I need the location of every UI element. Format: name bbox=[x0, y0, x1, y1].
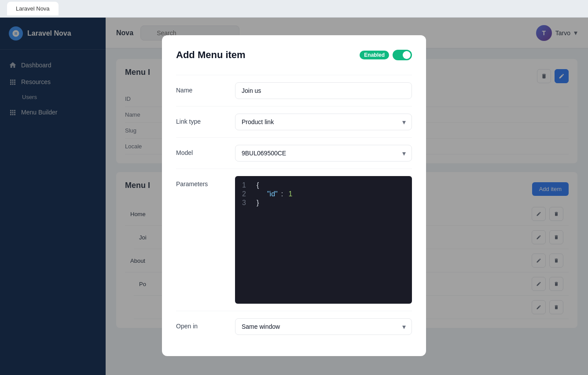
browser-tab-label: Laravel Nova bbox=[16, 5, 50, 12]
model-select-wrapper: 9BUL069500CE ▾ bbox=[235, 145, 412, 162]
model-form-row: Model 9BUL069500CE ▾ bbox=[176, 137, 412, 169]
open-in-label: Open in bbox=[176, 318, 224, 330]
code-line-1: 1 { bbox=[242, 181, 405, 189]
link-type-control: Product link Custom link Route link ▾ bbox=[235, 114, 412, 130]
model-control: 9BUL069500CE ▾ bbox=[235, 145, 412, 162]
parameters-form-row: Parameters 1 { 2 "id" : bbox=[176, 169, 412, 311]
code-close-brace: } bbox=[257, 199, 259, 207]
name-control bbox=[235, 82, 412, 99]
app-layout: Laravel Nova Dashboard Resources Users bbox=[0, 18, 588, 375]
link-type-form-row: Link type Product link Custom link Route… bbox=[176, 106, 412, 137]
code-colon: : bbox=[281, 190, 285, 198]
open-in-select[interactable]: Same window New window bbox=[235, 318, 412, 335]
code-line-num-1: 1 bbox=[242, 181, 246, 189]
code-line-2: 2 "id" : 1 bbox=[242, 190, 405, 198]
enabled-toggle[interactable] bbox=[393, 50, 412, 60]
link-type-select[interactable]: Product link Custom link Route link bbox=[235, 114, 412, 130]
link-type-label: Link type bbox=[176, 114, 224, 125]
name-form-row: Name bbox=[176, 75, 412, 106]
modal-title: Add Menu item bbox=[176, 49, 246, 61]
code-line-3: 3 } bbox=[242, 199, 405, 207]
modal: Add Menu item Enabled Name Link type bbox=[162, 35, 426, 356]
code-open-brace: { bbox=[257, 181, 259, 189]
link-type-select-wrapper: Product link Custom link Route link ▾ bbox=[235, 114, 412, 130]
model-label: Model bbox=[176, 145, 224, 156]
browser-tab[interactable]: Laravel Nova bbox=[7, 2, 59, 15]
code-value-id: 1 bbox=[289, 190, 293, 198]
model-select[interactable]: 9BUL069500CE bbox=[235, 145, 412, 162]
modal-overlay[interactable]: Add Menu item Enabled Name Link type bbox=[0, 18, 588, 375]
code-editor-container: 1 { 2 "id" : 1 3 bbox=[235, 176, 412, 304]
modal-header: Add Menu item Enabled bbox=[176, 49, 412, 61]
open-in-form-row: Open in Same window New window ▾ bbox=[176, 311, 412, 342]
enabled-toggle-wrapper: Enabled bbox=[360, 50, 412, 60]
parameters-control: 1 { 2 "id" : 1 3 bbox=[235, 176, 412, 304]
name-input[interactable] bbox=[235, 82, 412, 99]
code-line-num-2: 2 bbox=[242, 190, 246, 198]
toggle-knob bbox=[403, 51, 411, 59]
open-in-control: Same window New window ▾ bbox=[235, 318, 412, 335]
open-in-select-wrapper: Same window New window ▾ bbox=[235, 318, 412, 335]
toggle-label: Enabled bbox=[360, 51, 389, 59]
browser-chrome: Laravel Nova bbox=[0, 0, 588, 18]
code-key-id: "id" bbox=[267, 190, 278, 198]
parameters-label: Parameters bbox=[176, 176, 224, 188]
name-label: Name bbox=[176, 82, 224, 94]
code-content: 1 { 2 "id" : 1 3 bbox=[242, 181, 405, 207]
code-line-num-3: 3 bbox=[242, 199, 246, 207]
